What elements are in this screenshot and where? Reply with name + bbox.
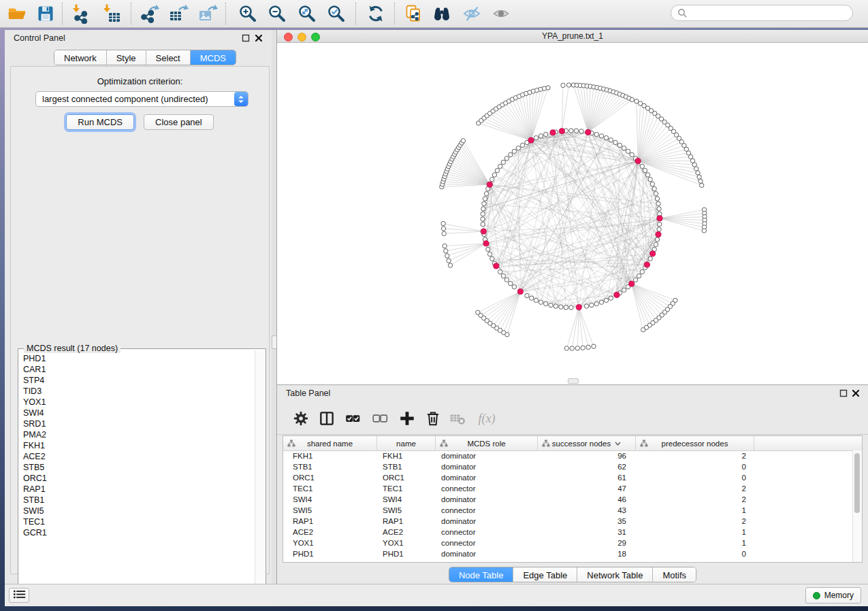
network-node[interactable] [656, 201, 660, 205]
network-node[interactable] [512, 149, 516, 153]
network-node[interactable] [495, 168, 499, 172]
show-columns-button[interactable] [318, 410, 336, 427]
mcds-result-item[interactable]: ORC1 [20, 473, 255, 484]
zoom-fit-button[interactable] [297, 3, 317, 24]
network-node[interactable] [516, 146, 520, 150]
open-session-button[interactable] [7, 3, 27, 24]
tab-select[interactable]: Select [146, 50, 191, 65]
table-row-ORC1[interactable]: ORC1ORC1dominator610 [283, 472, 853, 483]
dominator-node[interactable] [481, 229, 486, 234]
network-node[interactable] [613, 140, 617, 144]
select-all-rows-button[interactable] [344, 410, 361, 427]
export-image-button[interactable] [197, 3, 218, 24]
network-node[interactable] [559, 305, 563, 309]
dominator-node[interactable] [576, 304, 581, 310]
zoom-out-button[interactable] [267, 3, 287, 24]
network-node[interactable] [498, 269, 502, 274]
zoom-selected-button[interactable] [326, 3, 347, 24]
network-node[interactable] [654, 242, 658, 246]
network-node[interactable] [484, 192, 488, 196]
tab-motifs[interactable]: Motifs [653, 567, 696, 582]
network-node[interactable] [696, 171, 700, 175]
network-node[interactable] [481, 222, 485, 226]
mcds-result-item[interactable]: SWI4 [20, 408, 255, 418]
network-node[interactable] [564, 306, 568, 310]
mcds-result-item[interactable]: CAR1 [20, 364, 255, 375]
network-node[interactable] [444, 249, 448, 253]
delete-column-button[interactable] [424, 410, 442, 427]
network-node[interactable] [579, 129, 583, 133]
column-header-shared-name[interactable]: shared name [283, 436, 377, 450]
network-node[interactable] [476, 310, 480, 314]
network-node[interactable] [569, 306, 573, 310]
table-row-ACE2[interactable]: ACE2ACE2connector311 [283, 527, 853, 538]
network-node[interactable] [501, 160, 505, 164]
export-network-button[interactable] [139, 3, 159, 24]
table-row-PHD1[interactable]: PHD1PHD1dominator180 [283, 548, 853, 559]
float-table-panel-button[interactable] [839, 389, 848, 397]
network-node[interactable] [641, 328, 645, 332]
network-node[interactable] [648, 257, 652, 261]
network-node[interactable] [609, 138, 613, 142]
network-node[interactable] [441, 221, 445, 225]
network-node[interactable] [534, 135, 538, 139]
network-node[interactable] [650, 182, 654, 186]
tab-edge-table[interactable]: Edge Table [513, 567, 577, 582]
network-node[interactable] [652, 186, 656, 191]
network-node[interactable] [657, 227, 661, 231]
network-node[interactable] [626, 149, 630, 153]
save-session-button[interactable] [35, 3, 56, 24]
scrollbar-thumb[interactable] [854, 453, 860, 513]
network-node[interactable] [622, 288, 626, 292]
network-node[interactable] [487, 252, 492, 256]
network-node[interactable] [481, 207, 485, 211]
network-node[interactable] [553, 304, 558, 308]
show-all-button[interactable] [491, 3, 511, 24]
network-node[interactable] [643, 168, 647, 172]
network-node[interactable] [561, 83, 565, 87]
network-node[interactable] [630, 97, 634, 101]
network-node[interactable] [657, 207, 661, 211]
run-mcds-button[interactable]: Run MCDS [66, 114, 134, 130]
dominator-node[interactable] [550, 130, 556, 135]
close-mcds-panel-button[interactable]: Close panel [144, 114, 214, 130]
table-row-SWI5[interactable]: SWI5SWI5connector431 [283, 505, 853, 516]
network-node[interactable] [581, 346, 585, 350]
mcds-result-item[interactable]: YOX1 [20, 397, 255, 408]
memory-button[interactable]: Memory [805, 587, 861, 604]
mcds-result-item[interactable]: PHD1 [20, 353, 255, 364]
table-row-RAP1[interactable]: RAP1RAP1dominator352 [283, 516, 853, 527]
network-node[interactable] [481, 217, 485, 221]
tab-network-table[interactable]: Network Table [577, 567, 653, 582]
network-node[interactable] [509, 281, 513, 285]
optimization-criterion-select[interactable]: largest connected component (undirected) [35, 91, 248, 107]
network-node[interactable] [490, 178, 494, 182]
network-node[interactable] [584, 304, 588, 308]
network-node[interactable] [544, 301, 548, 306]
network-node[interactable] [498, 164, 502, 168]
network-node[interactable] [599, 300, 603, 304]
network-node[interactable] [520, 143, 524, 147]
network-node[interactable] [637, 274, 641, 278]
dominator-node[interactable] [517, 288, 523, 294]
network-node[interactable] [658, 222, 662, 226]
dominator-node[interactable] [614, 292, 620, 297]
network-node[interactable] [599, 134, 603, 138]
import-table-button[interactable] [101, 3, 122, 24]
mcds-result-item[interactable]: RAP1 [20, 484, 255, 495]
dominator-node[interactable] [585, 129, 591, 135]
dominator-node[interactable] [559, 129, 564, 134]
network-node[interactable] [509, 152, 513, 156]
function-builder-button[interactable]: f(x) [473, 410, 500, 427]
network-node[interactable] [609, 296, 613, 300]
network-node[interactable] [698, 179, 703, 183]
network-node[interactable] [566, 83, 570, 87]
network-node[interactable] [447, 259, 451, 263]
network-node[interactable] [630, 152, 634, 156]
float-panel-button[interactable] [242, 34, 250, 42]
network-node[interactable] [640, 164, 644, 168]
network-node[interactable] [590, 303, 594, 307]
mcds-result-item[interactable]: GCR1 [20, 527, 255, 538]
dominator-node[interactable] [657, 216, 662, 221]
import-network-button[interactable] [71, 3, 91, 24]
